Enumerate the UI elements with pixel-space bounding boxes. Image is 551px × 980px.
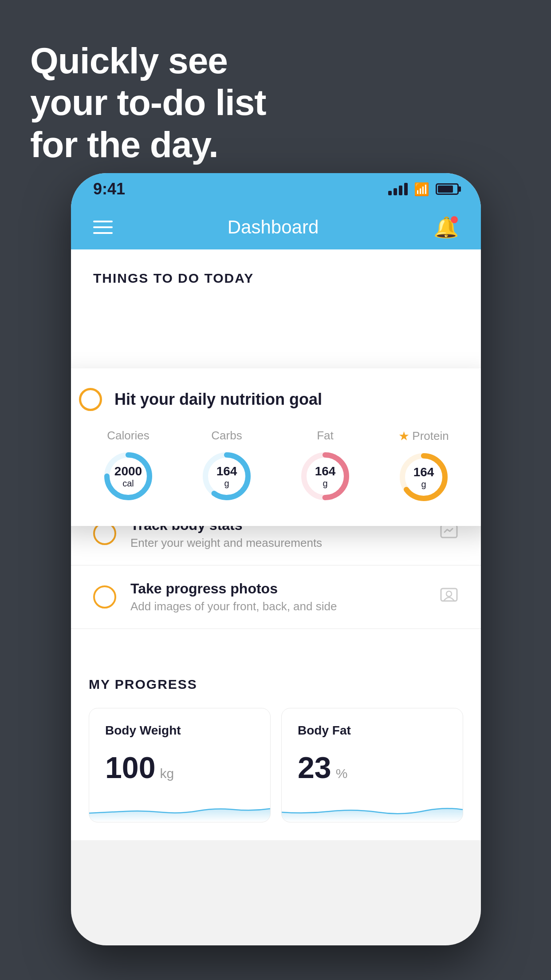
body-fat-value-row: 23 % xyxy=(298,750,447,785)
nutrition-card-header: Hit your daily nutrition goal xyxy=(79,388,473,411)
carbs-label: Carbs xyxy=(211,429,242,443)
nutrition-card-title: Hit your daily nutrition goal xyxy=(114,390,322,409)
body-weight-unit: kg xyxy=(160,766,174,781)
status-time: 9:41 xyxy=(93,180,125,198)
nutrition-check-circle[interactable] xyxy=(79,388,102,411)
fat-label: Fat xyxy=(317,429,334,443)
things-todo-section: THINGS TO DO TODAY xyxy=(71,249,481,296)
protein-value: 164 xyxy=(413,466,434,479)
todo-title-photos: Take progress photos xyxy=(130,581,425,597)
carbs-unit: g xyxy=(216,478,237,488)
headline-line2: your to-do list xyxy=(30,82,266,123)
headline-line1: Quickly see xyxy=(30,40,266,82)
app-header: Dashboard 🔔 xyxy=(71,205,481,249)
todo-text-photos: Take progress photos Add images of your … xyxy=(130,581,425,613)
todo-sub-body-stats: Enter your weight and measurements xyxy=(130,536,425,550)
fat-value: 164 xyxy=(315,465,336,478)
nutrition-stats: Calories 2000 cal xyxy=(79,429,473,504)
status-icons: 📶 xyxy=(388,182,459,197)
nutrition-card[interactable]: Hit your daily nutrition goal Calories xyxy=(71,368,481,526)
calories-value: 2000 xyxy=(114,465,142,478)
carbs-donut: 164 g xyxy=(200,450,253,503)
signal-bars-icon xyxy=(388,183,408,195)
progress-card-body-fat[interactable]: Body Fat 23 % xyxy=(281,708,463,822)
progress-card-body-weight[interactable]: Body Weight 100 kg xyxy=(89,708,271,822)
notification-dot xyxy=(451,216,458,223)
header-title: Dashboard xyxy=(228,217,319,238)
svg-point-10 xyxy=(446,591,452,597)
body-weight-title: Body Weight xyxy=(105,723,254,738)
progress-section: MY PROGRESS Body Weight 100 kg xyxy=(71,656,481,840)
body-fat-chart xyxy=(282,795,463,822)
progress-section-title: MY PROGRESS xyxy=(89,677,463,692)
phone-frame: 9:41 📶 Dashboard 🔔 THINGS TO xyxy=(71,173,481,945)
protein-label: ★Protein xyxy=(398,429,449,443)
calories-donut: 2000 cal xyxy=(102,450,155,503)
todo-wrapper: Hit your daily nutrition goal Calories xyxy=(71,296,481,629)
wifi-icon: 📶 xyxy=(414,182,429,197)
body-weight-value-row: 100 kg xyxy=(105,750,254,785)
stat-calories: Calories 2000 cal xyxy=(102,429,155,503)
fat-unit: g xyxy=(315,478,336,488)
battery-icon xyxy=(436,183,459,195)
todo-sub-photos: Add images of your front, back, and side xyxy=(130,600,425,613)
calories-label: Calories xyxy=(107,429,149,443)
stat-protein: ★Protein 164 g xyxy=(397,429,450,504)
spacer xyxy=(71,629,481,656)
status-bar: 9:41 📶 xyxy=(71,173,481,205)
headline-line3: for the day. xyxy=(30,124,266,166)
stat-carbs: Carbs 164 g xyxy=(200,429,253,503)
protein-unit: g xyxy=(413,479,434,489)
progress-cards: Body Weight 100 kg xyxy=(89,708,463,822)
svg-rect-9 xyxy=(441,589,457,601)
phone-content: THINGS TO DO TODAY Hit your daily nutrit… xyxy=(71,249,481,840)
todo-circle-photos xyxy=(93,585,116,609)
carbs-value: 164 xyxy=(216,465,237,478)
headline: Quickly see your to-do list for the day. xyxy=(30,40,266,166)
body-fat-value: 23 xyxy=(298,750,331,785)
body-weight-value: 100 xyxy=(105,750,155,785)
fat-donut: 164 g xyxy=(299,450,352,503)
body-weight-chart xyxy=(89,795,270,822)
person-photo-icon xyxy=(439,585,459,609)
notifications-button[interactable]: 🔔 xyxy=(433,215,459,239)
stat-fat: Fat 164 g xyxy=(299,429,352,503)
body-fat-title: Body Fat xyxy=(298,723,447,738)
todo-item-progress-photos[interactable]: Take progress photos Add images of your … xyxy=(71,565,481,629)
things-todo-title: THINGS TO DO TODAY xyxy=(93,271,459,286)
body-fat-unit: % xyxy=(336,766,348,781)
protein-star-icon: ★ xyxy=(398,429,409,443)
menu-button[interactable] xyxy=(93,221,113,234)
protein-donut: 164 g xyxy=(397,450,450,504)
calories-unit: cal xyxy=(114,478,142,488)
